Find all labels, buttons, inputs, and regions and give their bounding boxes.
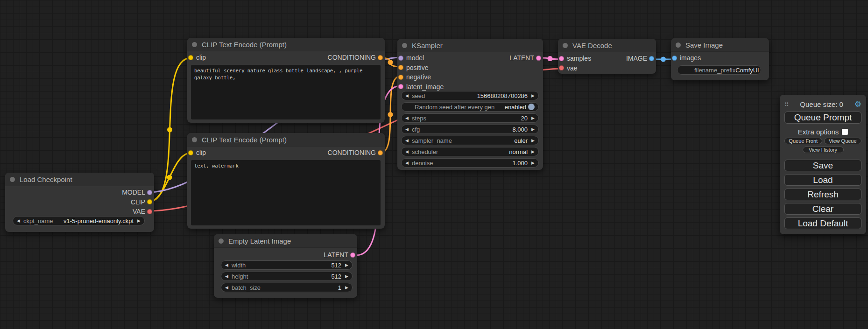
node-title-bar[interactable]: Save Image	[671, 38, 769, 52]
height-widget[interactable]: ◀ height 512 ▶	[221, 272, 353, 281]
sampler-name-widget[interactable]: ◀ sampler_name euler ▶	[401, 136, 539, 145]
load-button[interactable]: Load	[784, 174, 861, 186]
view-queue-button[interactable]: View Queue	[824, 138, 862, 144]
save-button[interactable]: Save	[784, 160, 861, 171]
node-load-checkpoint[interactable]: Load Checkpoint MODEL CLIP VAE ◀ ckpt_na…	[5, 173, 154, 232]
widget-value: ComfyUI	[735, 67, 759, 74]
random-seed-toggle[interactable]: Random seed after every gen enabled	[401, 102, 539, 112]
output-dot-conditioning[interactable]	[378, 150, 383, 155]
scheduler-widget[interactable]: ◀ scheduler normal ▶	[401, 147, 539, 156]
input-dot-latent-image[interactable]	[398, 84, 403, 89]
width-widget[interactable]: ◀ width 512 ▶	[221, 260, 353, 270]
node-save-image[interactable]: Save Image images filename_prefix ComfyU…	[671, 38, 769, 80]
decrement-arrow-icon[interactable]: ◀	[405, 127, 409, 132]
clear-button[interactable]: Clear	[784, 203, 861, 215]
node-title-bar[interactable]: CLIP Text Encode (Prompt)	[187, 133, 385, 147]
collapse-dot-icon[interactable]	[676, 42, 681, 48]
increment-arrow-icon[interactable]: ▶	[345, 286, 348, 290]
wire-midpoint-dot-conditioning-to-negative	[388, 112, 393, 117]
output-dot-model[interactable]	[147, 190, 152, 195]
increment-arrow-icon[interactable]: ▶	[531, 161, 535, 165]
input-dot-clip[interactable]	[188, 150, 193, 155]
decrement-arrow-icon[interactable]: ◀	[405, 161, 409, 165]
node-title-bar[interactable]: KSampler	[397, 39, 543, 52]
node-clip-text-encode-positive[interactable]: CLIP Text Encode (Prompt) clip CONDITION…	[187, 38, 385, 123]
output-dot-latent[interactable]	[536, 56, 541, 61]
decrement-arrow-icon[interactable]: ◀	[405, 150, 409, 154]
input-dot-model[interactable]	[398, 56, 403, 61]
output-dot-image[interactable]	[649, 56, 654, 61]
output-dot-conditioning[interactable]	[378, 55, 383, 60]
increment-arrow-icon[interactable]: ▶	[531, 127, 535, 132]
node-ksampler[interactable]: KSampler model LATENT positive negative …	[397, 39, 543, 170]
output-dot-vae[interactable]	[147, 209, 152, 214]
decrement-arrow-icon[interactable]: ◀	[225, 286, 228, 290]
prompt-textarea[interactable]: beautiful scenery nature glass bottle la…	[191, 65, 381, 119]
decrement-arrow-icon[interactable]: ◀	[225, 263, 228, 267]
widget-name: height	[232, 273, 248, 280]
queue-front-button[interactable]: Queue Front	[784, 138, 822, 144]
decrement-arrow-icon[interactable]: ◀	[405, 116, 409, 120]
input-label-images: images	[680, 54, 701, 62]
node-vae-decode[interactable]: VAE Decode samples IMAGE vae	[558, 39, 656, 74]
node-title-bar[interactable]: Empty Latent Image	[214, 234, 357, 248]
ckpt-name-widget[interactable]: ◀ ckpt_name v1-5-pruned-emaonly.ckpt ▶	[13, 216, 145, 225]
increment-arrow-icon[interactable]: ▶	[345, 274, 348, 279]
toggle-circle-icon[interactable]	[528, 104, 535, 110]
prompt-textarea[interactable]: text, watermark	[191, 160, 381, 225]
settings-gear-icon[interactable]: ⚙	[854, 100, 861, 108]
widget-value: 1.000	[513, 160, 528, 167]
decrement-arrow-icon[interactable]: ◀	[405, 139, 409, 143]
output-dot-latent[interactable]	[350, 252, 355, 258]
extra-options-checkbox[interactable]	[842, 129, 848, 135]
node-empty-latent-image[interactable]: Empty Latent Image LATENT ◀ width 512 ▶ …	[214, 234, 357, 298]
input-label-clip: clip	[196, 54, 206, 61]
input-dot-negative[interactable]	[398, 75, 403, 80]
input-dot-positive[interactable]	[398, 65, 403, 70]
increment-arrow-icon[interactable]: ▶	[137, 219, 141, 223]
input-dot-samples[interactable]	[559, 56, 564, 61]
widget-value: 156680208700286	[477, 92, 528, 99]
collapse-dot-icon[interactable]	[219, 238, 224, 244]
collapse-dot-icon[interactable]	[192, 137, 197, 142]
batch-size-widget[interactable]: ◀ batch_size 1 ▶	[221, 283, 353, 292]
denoise-widget[interactable]: ◀ denoise 1.000 ▶	[401, 158, 539, 168]
node-title: Empty Latent Image	[228, 237, 291, 245]
node-title-bar[interactable]: Load Checkpoint	[5, 173, 154, 186]
increment-arrow-icon[interactable]: ▶	[531, 139, 535, 143]
increment-arrow-icon[interactable]: ▶	[531, 116, 535, 120]
increment-arrow-icon[interactable]: ▶	[345, 263, 348, 267]
increment-arrow-icon[interactable]: ▶	[531, 150, 535, 154]
node-title: Save Image	[685, 41, 723, 49]
node-graph-canvas[interactable]: Load Checkpoint MODEL CLIP VAE ◀ ckpt_na…	[0, 0, 868, 329]
output-dot-clip[interactable]	[147, 199, 152, 204]
refresh-button[interactable]: Refresh	[784, 189, 861, 200]
seed-widget[interactable]: ◀ seed 156680208700286 ▶	[401, 91, 539, 100]
output-label-clip: CLIP	[131, 198, 145, 206]
output-label-latent: LATENT	[509, 54, 534, 62]
decrement-arrow-icon[interactable]: ◀	[405, 94, 409, 98]
input-dot-images[interactable]	[672, 56, 677, 61]
steps-widget[interactable]: ◀ steps 20 ▶	[401, 113, 539, 123]
node-title-bar[interactable]: CLIP Text Encode (Prompt)	[187, 38, 385, 51]
collapse-dot-icon[interactable]	[10, 177, 15, 182]
load-default-button[interactable]: Load Default	[784, 217, 861, 229]
cfg-widget[interactable]: ◀ cfg 8.000 ▶	[401, 125, 539, 134]
node-clip-text-encode-negative[interactable]: CLIP Text Encode (Prompt) clip CONDITION…	[187, 133, 385, 229]
collapse-dot-icon[interactable]	[402, 43, 407, 48]
node-title-bar[interactable]: VAE Decode	[558, 39, 656, 52]
decrement-arrow-icon[interactable]: ◀	[17, 219, 20, 223]
drag-handle-icon[interactable]: ⠿	[784, 101, 789, 107]
input-label-negative: negative	[406, 73, 431, 81]
collapse-dot-icon[interactable]	[563, 43, 568, 48]
collapse-dot-icon[interactable]	[192, 42, 197, 47]
input-dot-clip[interactable]	[188, 55, 193, 60]
input-dot-vae[interactable]	[559, 65, 564, 70]
queue-panel[interactable]: ⠿ Queue size: 0 ⚙ Queue Prompt Extra opt…	[780, 95, 866, 234]
node-title: CLIP Text Encode (Prompt)	[202, 136, 287, 144]
increment-arrow-icon[interactable]: ▶	[531, 94, 535, 98]
decrement-arrow-icon[interactable]: ◀	[225, 274, 228, 279]
view-history-button[interactable]: View History	[803, 147, 844, 153]
filename-prefix-widget[interactable]: filename_prefix ComfyUI	[677, 65, 761, 75]
queue-prompt-button[interactable]: Queue Prompt	[784, 112, 861, 124]
